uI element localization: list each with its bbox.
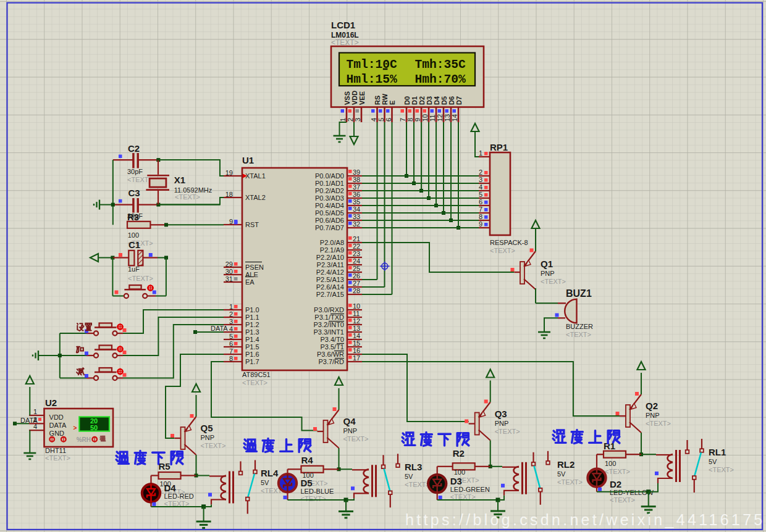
svg-text:DATA: DATA bbox=[211, 325, 228, 332]
svg-text:U2: U2 bbox=[45, 397, 57, 408]
svg-text:Tmh:35C: Tmh:35C bbox=[415, 58, 466, 72]
svg-text:P2.7/A15: P2.7/A15 bbox=[316, 291, 344, 298]
svg-text:DATA: DATA bbox=[20, 417, 38, 424]
svg-text:5: 5 bbox=[229, 333, 233, 340]
svg-text:%RH: %RH bbox=[77, 436, 91, 443]
svg-text:XTAL2: XTAL2 bbox=[245, 194, 266, 201]
svg-text:DATA: DATA bbox=[49, 422, 67, 429]
svg-text:38: 38 bbox=[353, 176, 360, 183]
svg-text:Q3: Q3 bbox=[495, 409, 507, 419]
svg-text:RL2: RL2 bbox=[557, 459, 574, 470]
svg-text:VEE: VEE bbox=[358, 91, 366, 105]
svg-text:RST: RST bbox=[245, 221, 259, 228]
svg-text:5V: 5V bbox=[557, 470, 566, 478]
svg-text:3: 3 bbox=[479, 176, 482, 183]
svg-text:PNP: PNP bbox=[201, 434, 215, 441]
svg-text:GND: GND bbox=[49, 430, 65, 437]
svg-text:<TEXT>: <TEXT> bbox=[557, 478, 583, 486]
svg-text:1: 1 bbox=[229, 303, 233, 310]
svg-text:35: 35 bbox=[353, 198, 360, 206]
svg-text:D1: D1 bbox=[411, 96, 418, 105]
svg-text:6: 6 bbox=[479, 198, 482, 206]
svg-text:X1: X1 bbox=[174, 175, 185, 185]
svg-text:D5: D5 bbox=[301, 478, 313, 488]
svg-text:20: 20 bbox=[90, 417, 98, 425]
svg-text:LED-BLUE: LED-BLUE bbox=[301, 488, 334, 495]
svg-text:30: 30 bbox=[225, 268, 233, 275]
svg-text:5V: 5V bbox=[405, 473, 413, 480]
svg-text:P0.4/AD4: P0.4/AD4 bbox=[315, 202, 344, 209]
svg-text:39: 39 bbox=[353, 168, 360, 176]
svg-text:P3.7/RD: P3.7/RD bbox=[318, 358, 344, 365]
svg-text:23: 23 bbox=[353, 250, 360, 257]
svg-text:1: 1 bbox=[33, 408, 37, 415]
svg-text:D7: D7 bbox=[455, 96, 463, 105]
svg-text:>: > bbox=[74, 425, 77, 431]
svg-text:<TEXT>: <TEXT> bbox=[405, 481, 430, 488]
svg-text:P3.2/INT0: P3.2/INT0 bbox=[313, 321, 344, 328]
svg-text:LED-GREEN: LED-GREEN bbox=[450, 486, 490, 493]
svg-text:<TEXT>: <TEXT> bbox=[128, 275, 153, 282]
svg-text:<TEXT>: <TEXT> bbox=[201, 442, 226, 449]
svg-text:30pF: 30pF bbox=[127, 168, 143, 175]
svg-text:RL4: RL4 bbox=[261, 468, 279, 478]
svg-text:P3.6/WR: P3.6/WR bbox=[317, 351, 344, 358]
svg-text:P2.5/A13: P2.5/A13 bbox=[316, 276, 344, 283]
svg-text:D4: D4 bbox=[164, 483, 177, 493]
svg-text:D6: D6 bbox=[448, 96, 455, 105]
svg-text:<TEXT>: <TEXT> bbox=[495, 428, 520, 435]
svg-text:10: 10 bbox=[421, 114, 429, 122]
svg-text:4: 4 bbox=[479, 183, 482, 191]
svg-text:3: 3 bbox=[354, 118, 361, 122]
svg-text:XTAL1: XTAL1 bbox=[245, 172, 266, 180]
svg-text:RL1: RL1 bbox=[709, 447, 726, 457]
svg-text:PNP: PNP bbox=[541, 270, 555, 277]
svg-text:P1.5: P1.5 bbox=[245, 343, 259, 351]
svg-text:100: 100 bbox=[454, 468, 465, 476]
svg-text:VDD: VDD bbox=[49, 414, 64, 421]
svg-text:<TEXT>: <TEXT> bbox=[605, 468, 630, 475]
svg-text:R2: R2 bbox=[453, 448, 465, 459]
svg-text:RP1: RP1 bbox=[490, 142, 508, 152]
svg-text:P1.6: P1.6 bbox=[245, 351, 259, 358]
svg-text:Q5: Q5 bbox=[201, 423, 213, 433]
svg-text:8: 8 bbox=[229, 355, 233, 362]
svg-text:PNP: PNP bbox=[646, 412, 660, 419]
svg-text:P3.3/INT1: P3.3/INT1 bbox=[313, 328, 344, 336]
svg-text:Q4: Q4 bbox=[343, 416, 356, 426]
svg-text:36: 36 bbox=[353, 191, 360, 198]
svg-text:EA: EA bbox=[245, 278, 255, 286]
svg-text:50: 50 bbox=[90, 424, 98, 431]
svg-text:5: 5 bbox=[377, 118, 385, 122]
svg-text:17: 17 bbox=[353, 354, 360, 362]
svg-text:8: 8 bbox=[406, 118, 414, 122]
svg-text:34: 34 bbox=[353, 206, 360, 213]
svg-text:ALE: ALE bbox=[245, 271, 258, 278]
svg-text:R5: R5 bbox=[159, 461, 170, 472]
svg-text:15: 15 bbox=[353, 339, 360, 347]
svg-text:R3: R3 bbox=[127, 212, 139, 222]
svg-text:9: 9 bbox=[479, 220, 482, 228]
svg-text:25: 25 bbox=[353, 265, 360, 272]
svg-text:R4: R4 bbox=[301, 455, 314, 465]
svg-text:2: 2 bbox=[229, 310, 233, 318]
svg-text:<TEXT>: <TEXT> bbox=[566, 331, 591, 338]
svg-text:5V: 5V bbox=[709, 458, 717, 465]
svg-text:D5: D5 bbox=[440, 96, 448, 105]
svg-text:RW: RW bbox=[381, 93, 389, 105]
svg-text:29: 29 bbox=[225, 260, 233, 268]
svg-text:4: 4 bbox=[370, 118, 377, 122]
svg-text:P2.4/A12: P2.4/A12 bbox=[316, 268, 344, 276]
svg-text:E: E bbox=[389, 101, 396, 105]
svg-text:<TEXT>: <TEXT> bbox=[610, 496, 635, 504]
svg-text:10: 10 bbox=[353, 302, 360, 310]
svg-text:4: 4 bbox=[33, 423, 37, 430]
svg-text:24: 24 bbox=[353, 257, 360, 265]
svg-text:19: 19 bbox=[225, 169, 233, 177]
svg-text:7: 7 bbox=[229, 347, 233, 355]
svg-text:<TEXT>: <TEXT> bbox=[242, 379, 267, 386]
svg-text:P1.4: P1.4 bbox=[245, 336, 259, 343]
svg-text:26: 26 bbox=[353, 272, 360, 280]
svg-text:11: 11 bbox=[353, 310, 360, 317]
svg-text:P2.2/A10: P2.2/A10 bbox=[316, 254, 344, 261]
